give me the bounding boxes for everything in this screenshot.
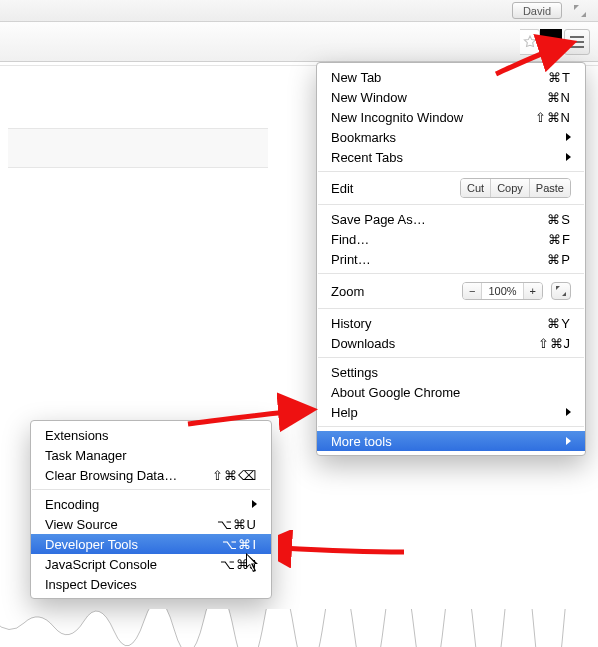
- star-icon: [522, 34, 538, 50]
- menu-separator: [318, 204, 584, 205]
- torn-edge-decoration: [0, 609, 598, 647]
- sub-js-console[interactable]: JavaScript Console⌥⌘J: [31, 554, 271, 574]
- menu-find[interactable]: Find…⌘F: [317, 229, 585, 249]
- menu-settings[interactable]: Settings: [317, 362, 585, 382]
- bookmark-star-button[interactable]: [520, 29, 540, 55]
- menu-about[interactable]: About Google Chrome: [317, 382, 585, 402]
- hamburger-icon: [569, 35, 585, 49]
- sub-inspect-devices[interactable]: Inspect Devices: [31, 574, 271, 594]
- menu-new-window[interactable]: New Window⌘N: [317, 87, 585, 107]
- menu-separator: [318, 426, 584, 427]
- more-tools-submenu: Extensions Task Manager Clear Browsing D…: [30, 420, 272, 599]
- sub-view-source[interactable]: View Source⌥⌘U: [31, 514, 271, 534]
- zoom-level: 100%: [482, 283, 523, 299]
- menu-separator: [318, 273, 584, 274]
- menu-incognito[interactable]: New Incognito Window⇧⌘N: [317, 107, 585, 127]
- fullscreen-icon: [555, 285, 567, 297]
- submenu-arrow-icon: [563, 437, 571, 445]
- sub-task-manager[interactable]: Task Manager: [31, 445, 271, 465]
- sub-clear-browsing[interactable]: Clear Browsing Data…⇧⌘⌫: [31, 465, 271, 485]
- submenu-arrow-icon: [563, 133, 571, 141]
- menu-print[interactable]: Print…⌘P: [317, 249, 585, 269]
- submenu-arrow-icon: [249, 500, 257, 508]
- zoom-in-button[interactable]: +: [524, 283, 542, 299]
- annotation-arrow-to-devtools: [278, 530, 408, 570]
- sub-encoding[interactable]: Encoding: [31, 494, 271, 514]
- fullscreen-icon[interactable]: [572, 3, 588, 19]
- menu-separator: [318, 171, 584, 172]
- chrome-main-menu: New Tab⌘T New Window⌘N New Incognito Win…: [316, 62, 586, 456]
- menu-bookmarks[interactable]: Bookmarks: [317, 127, 585, 147]
- submenu-arrow-icon: [563, 408, 571, 416]
- page-background-band: [8, 128, 268, 168]
- profile-button[interactable]: David: [512, 2, 562, 19]
- menu-help[interactable]: Help: [317, 402, 585, 422]
- chrome-menu-button[interactable]: [564, 29, 590, 55]
- sub-extensions[interactable]: Extensions: [31, 425, 271, 445]
- menu-separator: [318, 357, 584, 358]
- sub-developer-tools[interactable]: Developer Tools⌥⌘I: [31, 534, 271, 554]
- window-titlebar: David: [0, 0, 598, 22]
- edit-paste-button[interactable]: Paste: [530, 179, 570, 197]
- menu-zoom-row: Zoom − 100% +: [317, 278, 585, 304]
- zoom-out-button[interactable]: −: [463, 283, 482, 299]
- zoom-fullscreen-button[interactable]: [551, 282, 571, 300]
- menu-recent-tabs[interactable]: Recent Tabs: [317, 147, 585, 167]
- edit-cut-button[interactable]: Cut: [461, 179, 491, 197]
- menu-new-tab[interactable]: New Tab⌘T: [317, 67, 585, 87]
- menu-save-as[interactable]: Save Page As…⌘S: [317, 209, 585, 229]
- menu-edit-row: Edit Cut Copy Paste: [317, 176, 585, 200]
- menu-downloads[interactable]: Downloads⇧⌘J: [317, 333, 585, 353]
- browser-toolbar: [0, 22, 598, 62]
- menu-more-tools[interactable]: More tools: [317, 431, 585, 451]
- menu-history[interactable]: History⌘Y: [317, 313, 585, 333]
- redacted-block: [540, 29, 562, 55]
- edit-copy-button[interactable]: Copy: [491, 179, 530, 197]
- submenu-arrow-icon: [563, 153, 571, 161]
- menu-separator: [318, 308, 584, 309]
- menu-separator: [32, 489, 270, 490]
